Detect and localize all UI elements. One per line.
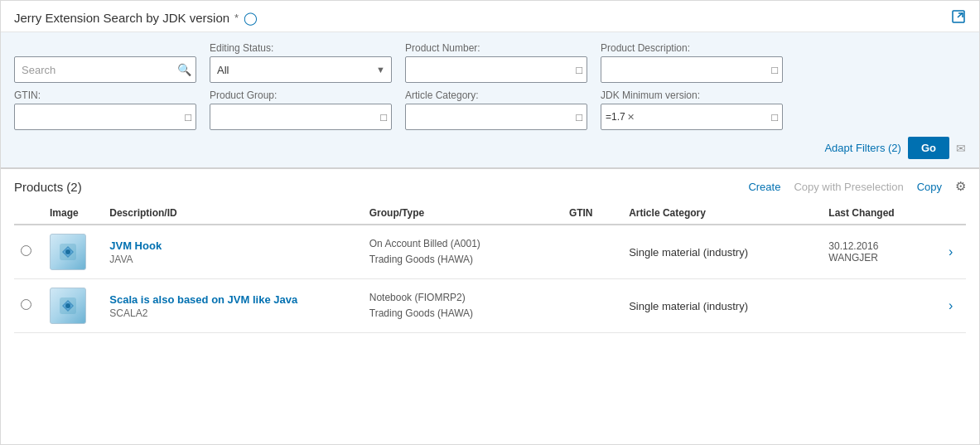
row1-radio[interactable] <box>21 245 31 256</box>
editing-status-select[interactable]: All Draft Active Inactive <box>210 56 392 83</box>
product-number-copy-icon[interactable]: □ <box>576 64 582 76</box>
svg-point-3 <box>65 249 70 254</box>
products-table: Image Description/ID Group/Type GTIN Art… <box>14 202 966 333</box>
row2-nav-chevron[interactable]: › <box>949 298 953 312</box>
product-description-wrapper: □ <box>601 56 783 83</box>
product-number-label: Product Number: <box>405 42 587 54</box>
editing-status-wrapper: All Draft Active Inactive ▼ <box>210 56 392 83</box>
th-image: Image <box>43 202 103 225</box>
row2-category-cell: Single material (industry) <box>622 279 822 333</box>
page-title-row: Jerry Extension Search by JDK version * … <box>14 11 258 26</box>
row2-image-cell <box>43 279 103 333</box>
th-article-category: Article Category <box>622 202 822 225</box>
jdk-tag-remove-icon[interactable]: ✕ <box>627 112 635 123</box>
page-title: Jerry Extension Search by JDK version <box>14 11 229 25</box>
search-button[interactable]: 🔍 <box>177 63 191 76</box>
jdk-tag-value: =1.7 <box>606 111 625 123</box>
copy-button[interactable]: Copy <box>917 181 942 193</box>
product-description-label: Product Description: <box>601 42 783 54</box>
th-group: Group/Type <box>363 202 562 225</box>
row1-product-image <box>50 234 86 270</box>
gtin-copy-icon[interactable]: □ <box>185 111 191 123</box>
article-category-copy-icon[interactable]: □ <box>576 111 582 123</box>
product-number-input[interactable] <box>405 56 587 83</box>
article-category-input[interactable] <box>405 104 587 130</box>
filter-row-1: 🔍 Editing Status: All Draft Active Inact… <box>14 42 966 83</box>
row1-product-id: JAVA <box>109 254 355 265</box>
product-description-copy-icon[interactable]: □ <box>771 64 778 76</box>
table-row: JVM Hook JAVA On Account Billed (A001) T… <box>14 225 966 279</box>
editing-status-label: Editing Status: <box>210 42 392 54</box>
article-category-field: Article Category: □ <box>405 89 587 130</box>
gtin-input[interactable] <box>14 104 196 130</box>
row2-product-image <box>50 288 86 324</box>
row2-group-line2: Trading Goods (HAWA) <box>369 306 556 322</box>
search-wrapper: 🔍 <box>14 56 196 83</box>
row1-nav-chevron[interactable]: › <box>949 244 953 259</box>
row2-group-line1: Notebook (FIOMRP2) <box>369 290 556 306</box>
search-field: 🔍 <box>14 56 196 83</box>
go-button[interactable]: Go <box>908 137 949 159</box>
row2-gtin-cell <box>562 279 622 333</box>
product-group-label: Product Group: <box>210 89 392 101</box>
pin-icon[interactable]: ✉ <box>956 142 966 155</box>
row1-group-line2: Trading Goods (HAWA) <box>369 252 556 268</box>
row2-radio-cell <box>14 279 43 333</box>
row2-nav-cell: › <box>942 279 966 333</box>
table-header-row: Image Description/ID Group/Type GTIN Art… <box>14 202 966 225</box>
jdk-minimum-version-wrapper: =1.7 ✕ □ <box>601 104 783 130</box>
th-gtin: GTIN <box>562 202 622 225</box>
th-last-changed: Last Changed <box>822 202 942 225</box>
row1-changed-date: 30.12.2016 <box>828 240 935 252</box>
products-title: Products (2) <box>14 180 82 194</box>
jdk-minimum-version-copy-icon[interactable]: □ <box>771 111 778 123</box>
row1-category-value: Single material (industry) <box>629 246 748 259</box>
gtin-field: GTIN: □ <box>14 89 196 130</box>
gtin-label: GTIN: <box>14 89 196 101</box>
row2-radio[interactable] <box>21 299 31 310</box>
products-section: Products (2) Create Copy with Preselecti… <box>1 169 979 333</box>
product-group-copy-icon[interactable]: □ <box>380 111 387 123</box>
search-input[interactable] <box>14 56 196 83</box>
product-number-wrapper: □ <box>405 56 587 83</box>
title-expand-icon[interactable]: ◯ <box>244 11 258 26</box>
products-header: Products (2) Create Copy with Preselecti… <box>14 179 966 194</box>
create-button[interactable]: Create <box>748 181 780 193</box>
filter-actions: Adapt Filters (2) Go ✉ <box>14 137 966 159</box>
row1-group-cell: On Account Billed (A001) Trading Goods (… <box>363 225 562 279</box>
row2-product-id: SCALA2 <box>109 307 355 319</box>
app-container: Jerry Extension Search by JDK version * … <box>0 0 980 445</box>
jdk-tag: =1.7 ✕ <box>606 111 635 123</box>
gtin-wrapper: □ <box>14 104 196 130</box>
row1-gtin-cell <box>562 225 622 279</box>
row1-group-line1: On Account Billed (A001) <box>369 236 556 252</box>
adapt-filters-button[interactable]: Adapt Filters (2) <box>824 142 900 154</box>
filter-row-2: GTIN: □ Product Group: □ Article Categor… <box>14 89 966 130</box>
copy-with-preselection-button: Copy with Preselection <box>794 181 903 193</box>
jdk-minimum-version-field: JDK Minimum version: =1.7 ✕ □ <box>601 89 783 130</box>
row1-image-cell <box>43 225 103 279</box>
th-nav <box>942 202 966 225</box>
export-icon[interactable] <box>951 9 966 27</box>
row2-category-value: Single material (industry) <box>629 300 748 312</box>
page-header: Jerry Extension Search by JDK version * … <box>1 1 979 32</box>
th-description: Description/ID <box>103 202 362 225</box>
product-description-input[interactable] <box>601 56 783 83</box>
svg-point-5 <box>65 303 70 308</box>
row1-nav-cell: › <box>942 225 966 279</box>
row2-product-name[interactable]: Scala is also based on JVM like Java <box>109 293 355 306</box>
filter-section: 🔍 Editing Status: All Draft Active Inact… <box>1 32 979 169</box>
row1-changed-cell: 30.12.2016 WANGJER <box>822 225 942 279</box>
table-settings-icon[interactable]: ⚙ <box>955 179 966 194</box>
row1-product-name[interactable]: JVM Hook <box>109 239 355 252</box>
th-select <box>14 202 43 225</box>
product-number-field: Product Number: □ <box>405 42 587 83</box>
title-modified-badge: * <box>234 12 239 24</box>
products-actions: Create Copy with Preselection Copy ⚙ <box>748 179 966 194</box>
product-description-field: Product Description: □ <box>601 42 783 83</box>
row1-changed-user: WANGJER <box>828 252 935 264</box>
editing-status-field: Editing Status: All Draft Active Inactiv… <box>210 42 392 83</box>
table-row: Scala is also based on JVM like Java SCA… <box>14 279 966 333</box>
product-group-input[interactable] <box>210 104 392 130</box>
row1-desc-cell: JVM Hook JAVA <box>103 225 362 279</box>
